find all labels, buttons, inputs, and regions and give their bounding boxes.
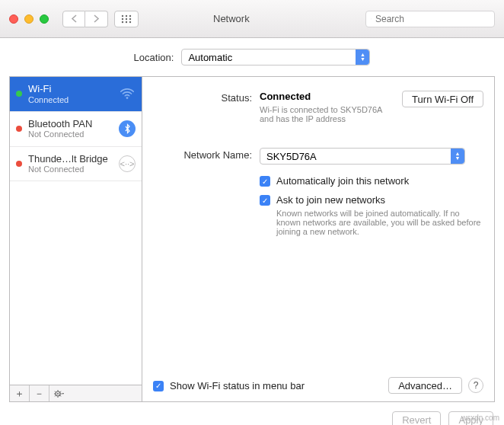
svg-point-8 xyxy=(129,21,131,22)
toolbar: Network xyxy=(0,0,504,38)
svg-point-2 xyxy=(129,14,131,16)
svg-point-11 xyxy=(126,97,129,100)
status-row: Status: Connected Wi-Fi is connected to … xyxy=(153,91,483,123)
bluetooth-icon xyxy=(119,120,136,137)
ask-join-row: ✓ Ask to join new networks Known network… xyxy=(260,194,483,236)
status-label: Status: xyxy=(153,91,252,104)
status-value: Connected xyxy=(260,91,311,102)
sidebar-item-title: Bluetooth PAN xyxy=(28,118,113,130)
sidebar-item-subtitle: Not Connected xyxy=(28,165,113,174)
svg-point-7 xyxy=(126,21,127,22)
show-menubar-label: Show Wi-Fi status in menu bar xyxy=(170,380,305,391)
sidebar-item-title: Thunde…lt Bridge xyxy=(28,153,113,165)
sidebar-item-title: Wi-Fi xyxy=(28,83,113,95)
menubar-check-row: ✓ Show Wi-Fi status in menu bar xyxy=(153,380,305,391)
help-button[interactable]: ? xyxy=(468,378,483,393)
traffic-lights xyxy=(9,14,49,24)
show-menubar-checkbox[interactable]: ✓ xyxy=(153,381,164,391)
nav-buttons xyxy=(62,11,108,27)
sidebar-wrap: Wi-Fi Connected Bluetooth PAN Not Connec… xyxy=(9,76,142,402)
network-name-row: Network Name: SKY5D76A ▲▼ xyxy=(153,148,483,165)
zoom-window-button[interactable] xyxy=(40,14,49,24)
auto-join-checkbox[interactable]: ✓ xyxy=(260,176,270,187)
network-name-label: Network Name: xyxy=(153,148,252,161)
sidebar-item-text: Bluetooth PAN Not Connected xyxy=(28,118,113,140)
search-icon xyxy=(371,14,372,24)
chevron-updown-icon: ▲▼ xyxy=(356,50,369,65)
location-select[interactable]: Automatic ▲▼ xyxy=(181,49,370,66)
svg-point-13 xyxy=(57,393,59,395)
back-button[interactable] xyxy=(62,11,85,27)
location-label: Location: xyxy=(134,52,174,63)
revert-button[interactable]: Revert xyxy=(392,411,441,425)
sidebar-item-subtitle: Connected xyxy=(28,95,113,105)
detail-bottom-row: ✓ Show Wi-Fi status in menu bar Advanced… xyxy=(153,377,483,394)
thunderbolt-icon: <··> xyxy=(119,155,136,172)
sidebar-item-subtitle: Not Connected xyxy=(28,129,113,139)
show-all-button[interactable] xyxy=(114,11,139,27)
sidebar-toolbar: ＋ － xyxy=(9,385,142,402)
svg-point-0 xyxy=(122,14,123,16)
svg-point-9 xyxy=(371,18,372,19)
footer: Revert Apply xyxy=(0,402,504,425)
svg-point-5 xyxy=(129,18,131,19)
chevron-updown-icon: ▲▼ xyxy=(451,149,464,164)
svg-point-6 xyxy=(122,21,123,22)
ask-join-checkbox[interactable]: ✓ xyxy=(260,195,270,206)
svg-point-3 xyxy=(122,18,123,19)
detail-panel: Status: Connected Wi-Fi is connected to … xyxy=(142,76,495,402)
service-list: Wi-Fi Connected Bluetooth PAN Not Connec… xyxy=(9,76,142,385)
advanced-button[interactable]: Advanced… xyxy=(388,377,462,394)
auto-join-row: ✓ Automatically join this network xyxy=(260,175,483,187)
network-name-select[interactable]: SKY5D76A ▲▼ xyxy=(260,148,465,165)
auto-join-label: Automatically join this network xyxy=(276,175,483,187)
minimize-window-button[interactable] xyxy=(24,14,33,24)
location-value: Automatic xyxy=(188,52,232,63)
wifi-icon xyxy=(119,85,136,102)
gear-icon xyxy=(54,389,65,398)
status-dot xyxy=(16,91,22,97)
network-name-value: SKY5D76A xyxy=(266,151,317,162)
sidebar-item-bluetooth-pan[interactable]: Bluetooth PAN Not Connected xyxy=(10,112,142,147)
status-subtext: Wi-Fi is connected to SKY5D76A and has t… xyxy=(260,105,394,123)
ask-join-subtext: Known networks will be joined automatica… xyxy=(276,209,483,236)
location-row: Location: Automatic ▲▼ xyxy=(0,38,504,73)
add-service-button[interactable]: ＋ xyxy=(10,385,30,401)
turn-wifi-off-button[interactable]: Turn Wi-Fi Off xyxy=(402,91,483,107)
search-field[interactable] xyxy=(365,11,495,27)
status-dot xyxy=(16,161,22,167)
ask-join-label: Ask to join new networks xyxy=(276,194,483,206)
main-area: Wi-Fi Connected Bluetooth PAN Not Connec… xyxy=(0,73,504,402)
sidebar-item-wifi[interactable]: Wi-Fi Connected xyxy=(10,77,142,112)
svg-point-1 xyxy=(126,14,127,16)
sidebar-item-text: Wi-Fi Connected xyxy=(28,83,113,105)
watermark: wsxdn.com xyxy=(461,414,499,422)
forward-button[interactable] xyxy=(85,11,108,27)
close-window-button[interactable] xyxy=(9,14,18,24)
status-dot xyxy=(16,126,22,132)
service-actions-button[interactable] xyxy=(49,385,69,401)
window-title: Network xyxy=(213,13,250,24)
sidebar-item-thunderbolt-bridge[interactable]: Thunde…lt Bridge Not Connected <··> xyxy=(10,147,142,182)
svg-point-4 xyxy=(126,18,127,19)
remove-service-button[interactable]: － xyxy=(30,385,49,401)
search-input[interactable] xyxy=(375,14,490,24)
sidebar-item-text: Thunde…lt Bridge Not Connected xyxy=(28,153,113,175)
